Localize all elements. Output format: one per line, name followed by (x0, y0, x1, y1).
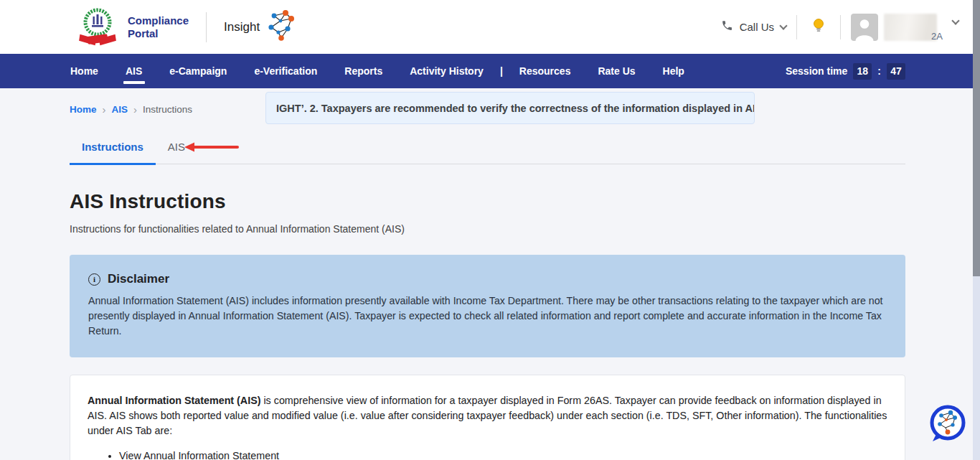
nav-separator: | (497, 65, 506, 77)
insight-network-icon (264, 10, 298, 44)
info-icon: i (88, 273, 100, 286)
insight-logo[interactable]: Insight (224, 10, 298, 44)
nav-item-rate-us[interactable]: Rate Us (584, 54, 649, 88)
call-us-label: Call Us (740, 21, 774, 33)
ais-overview-card: Annual Information Statement (AIS) is co… (70, 375, 905, 460)
main-navigation: Home AIS e-Campaign e-Verification Repor… (0, 54, 980, 88)
nav-item-help[interactable]: Help (649, 54, 698, 88)
ticker-text: IGHT’. 2. Taxpayers are recommended to v… (276, 103, 755, 114)
disclaimer-body: Annual Information Statement (AIS) inclu… (88, 294, 887, 339)
breadcrumb-separator-icon: › (133, 105, 137, 114)
breadcrumb-current: Instructions (143, 104, 192, 115)
announcement-ticker: IGHT’. 2. Taxpayers are recommended to v… (265, 92, 755, 124)
nav-item-home[interactable]: Home (70, 54, 112, 88)
ais-functionality-list: View Annual Information Statement (119, 449, 887, 460)
nav-item-resources[interactable]: Resources (506, 54, 585, 88)
user-name-suffix: 2A (931, 31, 943, 42)
nav-item-activity-history[interactable]: Activity History (396, 54, 497, 88)
header-divider (206, 12, 207, 42)
list-item: View Annual Information Statement (119, 449, 887, 460)
brand-title: Compliance Portal (128, 14, 189, 40)
main-content: IGHT’. 2. Taxpayers are recommended to v… (0, 88, 980, 460)
chevron-down-icon (779, 22, 787, 29)
user-name-redacted (884, 14, 937, 41)
disclaimer-banner: i Disclaimer Annual Information Statemen… (70, 255, 905, 357)
vertical-scrollbar (973, 0, 980, 460)
nav-item-reports[interactable]: Reports (331, 54, 396, 88)
breadcrumb-home[interactable]: Home (70, 104, 97, 115)
header-divider (796, 15, 797, 39)
breadcrumb-separator-icon: › (103, 105, 106, 114)
session-minutes: 18 (853, 63, 872, 80)
breadcrumb-ais[interactable]: AIS (112, 104, 128, 115)
nav-item-e-campaign[interactable]: e-Campaign (156, 54, 240, 88)
red-arrow-annotation-icon (184, 142, 240, 155)
session-time-label: Session time (786, 65, 847, 77)
scrollbar-thumb[interactable] (973, 0, 980, 276)
nav-item-e-verification[interactable]: e-Verification (240, 54, 331, 88)
page-title: AIS Instructions (70, 190, 905, 213)
session-colon: : (877, 65, 881, 77)
user-menu[interactable]: 2A (851, 14, 958, 41)
insight-label: Insight (224, 20, 260, 34)
disclaimer-title: Disclaimer (108, 272, 169, 286)
avatar (851, 14, 878, 41)
phone-icon (721, 19, 733, 34)
call-us-button[interactable]: Call Us (721, 19, 786, 34)
tab-instructions[interactable]: Instructions (70, 141, 156, 165)
header-divider (840, 15, 841, 39)
chevron-down-icon (951, 17, 959, 24)
brand-block[interactable]: Compliance Portal (77, 5, 189, 50)
tips-button[interactable] (807, 18, 830, 37)
tab-bar: Instructions AIS (70, 141, 905, 164)
page-subtitle: Instructions for functionalities related… (70, 223, 905, 235)
top-header: Compliance Portal Insight (0, 0, 980, 54)
session-timer: Session time 18 : 47 (786, 63, 905, 80)
lightbulb-icon (813, 18, 824, 37)
nav-item-ais[interactable]: AIS (112, 54, 156, 88)
chat-widget-button[interactable] (928, 404, 967, 444)
session-seconds: 47 (887, 63, 905, 80)
ais-overview-paragraph: Annual Information Statement (AIS) is co… (88, 393, 887, 438)
income-tax-dept-emblem-icon (77, 5, 118, 50)
ais-overview-lead: Annual Information Statement (AIS) (88, 395, 260, 406)
